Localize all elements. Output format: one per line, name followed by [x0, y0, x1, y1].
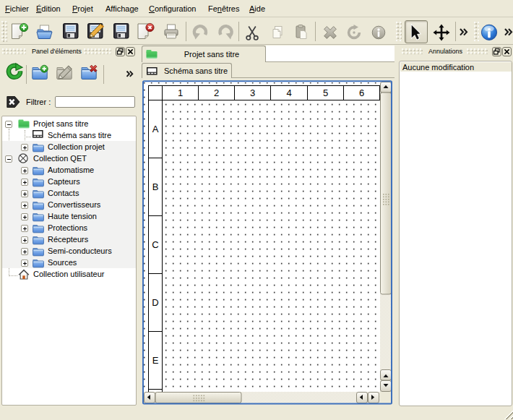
svg-text:4: 4	[286, 87, 291, 98]
svg-text:6: 6	[359, 87, 364, 98]
svg-text:5: 5	[323, 87, 328, 98]
svg-text:2: 2	[214, 87, 219, 98]
svg-text:B: B	[152, 181, 159, 192]
svg-text:3: 3	[250, 87, 255, 98]
svg-text:E: E	[152, 355, 159, 366]
svg-text:1: 1	[178, 87, 183, 98]
svg-text:A: A	[152, 124, 159, 134]
svg-text:D: D	[152, 297, 158, 308]
svg-text:C: C	[152, 239, 158, 250]
